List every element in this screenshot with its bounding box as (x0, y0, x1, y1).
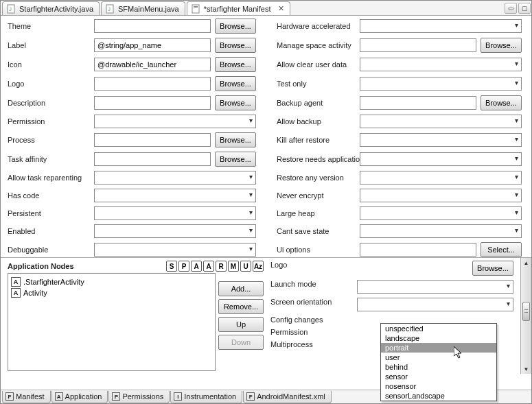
field-label: Permission (8, 117, 90, 126)
down-button[interactable]: Down (218, 335, 264, 350)
select-button[interactable]: Select... (481, 242, 522, 257)
svg-text:J: J (9, 6, 12, 12)
combo-box[interactable] (360, 206, 522, 220)
bottom-tab[interactable]: AApplication (51, 391, 108, 403)
browse-button[interactable]: Browse... (481, 95, 522, 110)
editor-tab[interactable]: J StarfighterActivity.java (2, 1, 100, 15)
tab-label: Application (65, 392, 102, 401)
field-label: Screen orientation (270, 298, 353, 311)
tab-label: Permissions (122, 392, 163, 401)
text-input[interactable] (360, 38, 476, 52)
filter-icon[interactable]: U (240, 261, 251, 272)
dropdown-option[interactable]: portrait (381, 343, 496, 353)
combo-box[interactable] (94, 224, 256, 238)
nodes-list[interactable]: A.StarfighterActivityAActivity (8, 273, 216, 371)
filter-icon[interactable]: A (203, 261, 214, 272)
dropdown-option[interactable]: landscape (381, 333, 496, 343)
text-input[interactable] (94, 19, 211, 33)
text-input[interactable] (94, 152, 211, 166)
dropdown-option[interactable]: sensorLandscape (381, 391, 496, 401)
combo-box[interactable] (360, 152, 522, 166)
list-item[interactable]: AActivity (11, 287, 212, 298)
field-label: Permission (270, 328, 353, 336)
filter-icon[interactable]: R (216, 261, 227, 272)
dropdown-option[interactable]: user (381, 353, 496, 362)
combo-box[interactable] (360, 77, 522, 91)
text-input[interactable] (360, 243, 476, 257)
bottom-tab[interactable]: IInstrumentation (170, 391, 242, 403)
text-input[interactable] (94, 133, 211, 147)
combo-box[interactable] (360, 115, 522, 128)
scroll-up-icon[interactable]: ▲ (521, 258, 531, 268)
remove-button[interactable]: Remove... (218, 299, 264, 314)
combo-box[interactable] (360, 19, 522, 33)
tab-label: *starfighter Manifest (204, 5, 271, 13)
browse-button[interactable]: Browse... (215, 19, 256, 34)
combo-box[interactable] (360, 224, 522, 238)
bottom-tab[interactable]: PPermissions (108, 391, 170, 403)
filter-icon[interactable]: A (191, 261, 202, 272)
dropdown-option[interactable]: sensor (381, 372, 496, 381)
combo-box[interactable] (360, 189, 522, 202)
field-label: Hardware accelerated (277, 22, 356, 30)
browse-button[interactable]: Browse... (215, 152, 256, 167)
close-icon[interactable]: ✕ (278, 4, 284, 13)
filter-icon[interactable]: M (228, 261, 239, 272)
field-label: Description (8, 99, 90, 107)
browse-button[interactable]: Browse... (215, 76, 256, 91)
bottom-tab[interactable]: FManifest (2, 391, 51, 403)
filter-icon[interactable]: Az (253, 261, 264, 272)
combo-box[interactable] (360, 171, 522, 185)
combo-box[interactable] (357, 280, 513, 294)
text-input[interactable] (94, 38, 211, 52)
text-input[interactable] (94, 96, 211, 110)
activity-icon: A (11, 288, 21, 298)
field-label: Restore any version (277, 174, 356, 182)
text-input[interactable] (94, 58, 211, 71)
add-button[interactable]: Add... (218, 281, 264, 296)
scroll-thumb[interactable] (522, 302, 530, 321)
tab-icon: A (55, 392, 63, 401)
scroll-down-icon[interactable]: ▼ (521, 364, 531, 374)
combo-box[interactable] (360, 133, 522, 147)
inner-scrollbar[interactable]: ▲ ▼ (520, 258, 531, 374)
dropdown-option[interactable]: nosensor (381, 381, 496, 391)
field-label: Allow clear user data (277, 60, 356, 69)
field-label: Logo (8, 80, 90, 88)
dropdown-option[interactable]: behind (381, 362, 496, 372)
tab-label: AndroidManifest.xml (257, 392, 325, 401)
editor-tab-active[interactable]: *starfighter Manifest ✕ (187, 1, 290, 15)
browse-button[interactable]: Browse... (215, 95, 256, 110)
combo-box[interactable] (94, 243, 256, 257)
dropdown-option[interactable]: unspecified (381, 324, 496, 333)
browse-button[interactable]: Browse... (215, 132, 256, 147)
browse-button[interactable]: Browse... (472, 261, 513, 276)
filter-icon[interactable]: S (166, 261, 177, 272)
browse-button[interactable]: Browse... (481, 38, 522, 53)
screen-orientation-combo[interactable] (357, 298, 513, 311)
attributes-form: ThemeBrowse...Hardware acceleratedLabelB… (8, 19, 527, 257)
combo-box[interactable] (94, 189, 256, 202)
maximize-icon[interactable]: ▭ (505, 3, 517, 14)
list-item[interactable]: A.StarfighterActivity (11, 276, 212, 287)
text-input[interactable] (94, 77, 211, 91)
tab-label: StarfighterActivity.java (19, 5, 93, 13)
field-label: Restore needs application (277, 155, 356, 163)
application-nodes-title: Application Nodes (8, 262, 74, 270)
editor-tab[interactable]: J SFMainMenu.java (101, 1, 185, 15)
combo-box[interactable] (94, 115, 256, 128)
combo-box[interactable] (94, 206, 256, 220)
combo-box[interactable] (360, 58, 522, 71)
manifest-file-icon (192, 4, 201, 14)
filter-icon[interactable]: P (178, 261, 189, 272)
browse-button[interactable]: Browse... (215, 38, 256, 53)
screen-orientation-dropdown[interactable]: unspecifiedlandscapeportraituserbehindse… (380, 323, 497, 401)
combo-box[interactable] (94, 171, 256, 185)
minimize-icon[interactable]: ▢ (518, 3, 531, 14)
text-input[interactable] (360, 96, 476, 110)
nodes-buttons: Add... Remove... Up Down (218, 273, 264, 371)
browse-button[interactable]: Browse... (215, 57, 256, 72)
bottom-tab[interactable]: FAndroidManifest.xml (243, 391, 332, 403)
up-button[interactable]: Up (218, 317, 264, 332)
list-item-label: .StarfighterActivity (23, 278, 84, 286)
